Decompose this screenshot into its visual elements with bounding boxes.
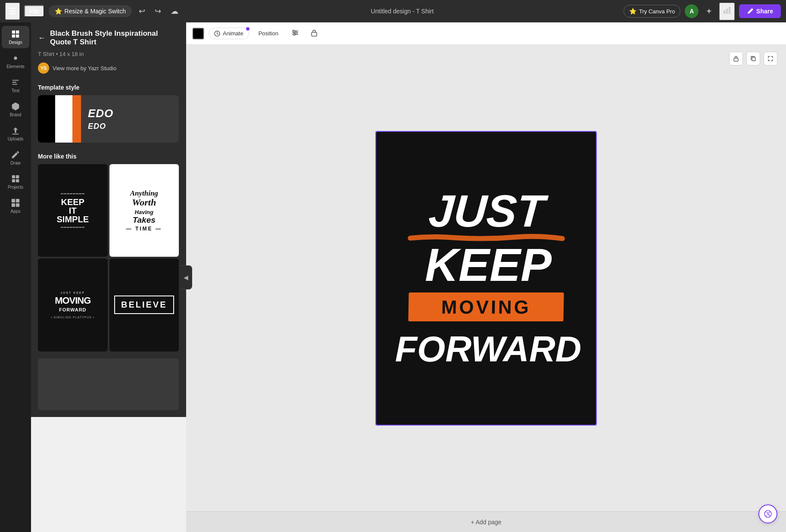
svg-rect-9 (12, 175, 15, 178)
try-canva-pro-button[interactable]: ⭐ Try Canva Pro (624, 5, 680, 18)
stats-button[interactable] (719, 3, 735, 20)
redo-button[interactable]: ↪ (152, 4, 164, 19)
sidebar-item-apps[interactable]: Apps (2, 195, 29, 217)
sidebar-text-label: Text (12, 88, 19, 93)
svg-point-32 (767, 513, 769, 515)
color-bar-orange (72, 95, 81, 143)
svg-rect-25 (734, 58, 738, 61)
add-page-button[interactable]: + Add page (471, 519, 501, 526)
sidebar-item-uploads[interactable]: Uploads (2, 122, 29, 145)
menu-icon[interactable]: ☰ (5, 3, 20, 20)
hide-panel-icon: ◀ (184, 274, 188, 281)
more-card-3[interactable]: JUST KEEP MOVING FORWARD • DIBOLINO PLAT… (38, 258, 108, 351)
panel-back-button[interactable]: ← (38, 34, 46, 43)
svg-text:FORWARD: FORWARD (395, 329, 581, 369)
more-card-5[interactable] (38, 358, 179, 410)
svg-point-22 (295, 32, 297, 34)
color-bar-black (38, 95, 55, 143)
svg-rect-15 (12, 203, 15, 207)
sidebar-elements-label: Elements (6, 64, 25, 69)
sidebar-item-text[interactable]: Text (2, 74, 29, 96)
svg-text:MOVING: MOVING (441, 297, 531, 317)
card-content-1: ━━━━━━━━ KEEPITSIMPLE ━━━━━━━━ (38, 164, 108, 257)
svg-rect-26 (752, 57, 755, 61)
panel-author[interactable]: YS View more by Yazr Studio (31, 59, 186, 81)
sidebar-design-label: Design (9, 40, 22, 45)
canvas-duplicate-button[interactable] (746, 52, 760, 65)
filter-icon-button[interactable] (288, 27, 303, 40)
position-button[interactable]: Position (253, 28, 284, 39)
panel-wrapper: ← Black Brush Style Inspirational Quote … (31, 22, 186, 532)
color-bars (38, 95, 81, 143)
lock-icon-button[interactable] (307, 27, 321, 40)
template-style-box[interactable]: EDO EDO (38, 95, 179, 143)
more-card-1[interactable]: ━━━━━━━━ KEEPITSIMPLE ━━━━━━━━ (38, 164, 108, 257)
canvas-area: JUST KEEP (186, 45, 786, 532)
color-swatch[interactable] (192, 28, 204, 40)
sidebar-uploads-label: Uploads (8, 137, 24, 141)
canvas-lock-button[interactable] (729, 52, 743, 65)
more-card-2[interactable]: AnythingWorth Having Takes — TIME — (109, 164, 179, 257)
svg-text:KEEP: KEEP (425, 239, 552, 291)
animate-button[interactable]: Animate (209, 28, 249, 39)
svg-point-7 (14, 56, 17, 59)
sidebar-apps-label: Apps (11, 209, 21, 214)
star-icon: ⭐ (55, 8, 62, 15)
share-button[interactable]: Share (739, 4, 781, 18)
sidebar-item-brand[interactable]: Brand (2, 98, 29, 121)
font-preview: EDO EDO (81, 103, 120, 135)
left-panel: ← Black Brush Style Inspirational Quote … (31, 22, 186, 417)
cloud-icon: ☁ (168, 4, 181, 19)
sidebar-item-elements[interactable]: Elements (2, 50, 29, 72)
canvas-moving-wrap: MOVING (409, 292, 564, 321)
canvas-expand-button[interactable] (764, 52, 777, 65)
svg-rect-0 (724, 10, 725, 14)
add-button[interactable]: + (703, 5, 715, 18)
canvas-wrapper[interactable]: JUST KEEP (186, 45, 786, 511)
svg-rect-14 (16, 199, 19, 202)
color-bar-white (55, 95, 72, 143)
svg-rect-8 (12, 134, 19, 134)
svg-rect-12 (16, 179, 19, 182)
second-toolbar: Animate Position (186, 22, 786, 45)
svg-rect-3 (12, 31, 15, 34)
svg-rect-2 (729, 7, 730, 14)
canvas-keep-text: KEEP (389, 242, 583, 287)
sidebar: Design Elements Text Brand Uploads Draw … (0, 22, 31, 532)
sidebar-brand-label: Brand (10, 112, 22, 117)
panel-subtitle: T Shirt • 14 x 18 in (31, 50, 186, 59)
svg-rect-1 (726, 9, 728, 14)
author-label: View more by Yazr Studio (53, 65, 116, 72)
add-page-bar: + Add page (186, 511, 786, 532)
svg-point-23 (293, 34, 295, 35)
file-button[interactable]: File (24, 5, 44, 17)
template-style-label: Template style (31, 81, 186, 95)
sidebar-item-projects[interactable]: Projects (2, 171, 29, 193)
undo-button[interactable]: ↩ (136, 4, 148, 19)
topbar: ☰ File ⭐ Resize & Magic Switch ↩ ↪ ☁ Unt… (0, 0, 786, 22)
user-avatar[interactable]: A (685, 4, 699, 18)
crown-icon: ⭐ (629, 8, 636, 15)
font-sample-small: EDO (88, 122, 113, 131)
svg-text:JUST: JUST (427, 186, 549, 236)
svg-rect-10 (16, 175, 19, 178)
sidebar-item-draw[interactable]: Draw (2, 146, 29, 169)
design-canvas[interactable]: JUST KEEP (376, 132, 596, 425)
svg-rect-16 (16, 203, 19, 207)
author-avatar: YS (38, 62, 49, 74)
svg-rect-4 (16, 31, 19, 34)
resize-magic-switch-button[interactable]: ⭐ Resize & Magic Switch (49, 5, 132, 17)
canvas-forward-text: FORWARD (389, 329, 583, 367)
sidebar-item-design[interactable]: Design (2, 26, 29, 48)
document-title: Untitled design - T Shirt (185, 8, 619, 15)
card-content-2: AnythingWorth Having Takes — TIME — (109, 164, 179, 257)
magic-button[interactable] (758, 504, 777, 523)
svg-point-21 (293, 30, 295, 32)
canvas-top-controls (729, 52, 777, 65)
panel-title: Black Brush Style Inspirational Quote T … (50, 29, 179, 47)
hide-panel-button[interactable]: ◀ (180, 265, 192, 289)
svg-rect-11 (12, 179, 15, 182)
more-card-4[interactable]: BELIEVE (109, 258, 179, 351)
sidebar-draw-label: Draw (10, 161, 20, 165)
card-content-4: BELIEVE (109, 258, 179, 351)
